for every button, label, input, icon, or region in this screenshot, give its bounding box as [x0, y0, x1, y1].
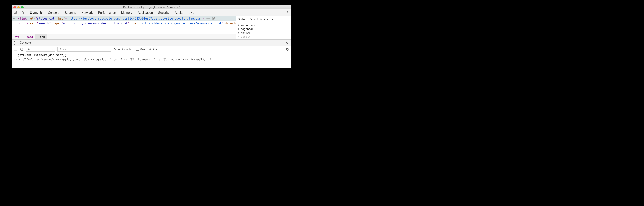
chevron-down-icon: [132, 49, 134, 50]
tab-console[interactable]: Console: [45, 9, 62, 16]
expand-icon: [238, 36, 240, 38]
main-tabbar: Elements Console Sources Network Perform…: [12, 9, 291, 16]
console-output-text: {DOMContentLoaded: Array(1), pagehide: A…: [23, 58, 211, 61]
breadcrumb-head[interactable]: head: [24, 34, 36, 39]
breadcrumb-html[interactable]: html: [12, 34, 24, 39]
console-input-row[interactable]: › getEventListeners(document);: [12, 53, 291, 57]
tab-security[interactable]: Security: [156, 9, 172, 16]
event-listener-item[interactable]: scroll: [236, 35, 291, 39]
console-body: › getEventListeners(document); ‹· {DOMCo…: [12, 52, 291, 68]
toolbar-right: [284, 9, 291, 16]
breadcrumb: html head link: [12, 34, 236, 39]
breadcrumb-link[interactable]: link: [36, 34, 48, 39]
tab-performance[interactable]: Performance: [96, 9, 118, 16]
tab-axe[interactable]: aXe: [186, 9, 197, 16]
dom-node[interactable]: <link rel="search" type="application/ope…: [12, 21, 236, 26]
tab-elements[interactable]: Elements: [27, 9, 45, 16]
context-selector[interactable]: top: [26, 47, 55, 52]
device-toolbar-icon[interactable]: [20, 11, 24, 15]
event-listeners-list: mouseover pagehide resize scroll: [236, 22, 291, 39]
tab-network[interactable]: Network: [79, 9, 96, 16]
tab-audits[interactable]: Audits: [172, 9, 186, 16]
dom-tree[interactable]: ⋯<link rel="stylesheet" href="https://de…: [12, 16, 236, 34]
inspect-element-icon[interactable]: [14, 11, 18, 15]
sidebar-tabs: Styles Event Listeners »: [236, 16, 291, 22]
expand-icon: [238, 28, 240, 30]
more-menu-icon[interactable]: [288, 11, 288, 15]
drawer-close-icon[interactable]: ✕: [283, 41, 291, 45]
svg-rect-2: [22, 12, 23, 14]
minimize-window-button[interactable]: [17, 6, 20, 8]
tab-application[interactable]: Application: [135, 9, 156, 16]
prompt-icon: ›: [14, 62, 16, 65]
chevron-down-icon: [52, 49, 53, 50]
console-output-row[interactable]: ‹· {DOMContentLoaded: Array(1), pagehide…: [12, 57, 291, 62]
dom-node-selected[interactable]: ⋯<link rel="stylesheet" href="https://de…: [12, 16, 236, 21]
panel-tabs: Elements Console Sources Network Perform…: [26, 9, 284, 16]
console-settings-icon[interactable]: [286, 48, 289, 51]
event-listener-item[interactable]: mouseover: [236, 23, 291, 27]
console-sidebar-toggle-icon[interactable]: [14, 47, 18, 51]
titlebar: DevTools - developers.google.com/web/sho…: [12, 5, 291, 9]
clear-console-icon[interactable]: [20, 47, 24, 51]
more-menu-icon: [14, 41, 15, 45]
close-window-button[interactable]: [14, 6, 16, 8]
window-controls: [14, 6, 24, 8]
expand-icon: [238, 32, 240, 34]
console-toolbar: top Filter Default levels ✓ Group simila…: [12, 46, 291, 52]
console-prompt-row[interactable]: ›: [12, 62, 291, 66]
expand-icon: [238, 24, 240, 26]
expand-icon[interactable]: [20, 58, 21, 61]
prompt-icon: ›: [14, 54, 16, 57]
overflow-dots-icon: ⋯: [13, 17, 18, 21]
checkbox-checked-icon: ✓: [136, 48, 139, 51]
styles-sidebar: Styles Event Listeners » mouseover pageh…: [236, 16, 291, 39]
drawer-menu[interactable]: [12, 40, 17, 46]
elements-panel: ⋯<link rel="stylesheet" href="https://de…: [12, 16, 291, 40]
tab-sources[interactable]: Sources: [62, 9, 79, 16]
console-input-text: getEventListeners(document);: [18, 54, 66, 57]
event-listener-item[interactable]: pagehide: [236, 27, 291, 31]
group-similar-toggle[interactable]: ✓ Group similar: [136, 48, 157, 51]
devtools-window: DevTools - developers.google.com/web/sho…: [12, 5, 291, 68]
window-title: DevTools - developers.google.com/web/sho…: [13, 6, 290, 9]
maximize-window-button[interactable]: [21, 6, 24, 8]
event-listener-item[interactable]: resize: [236, 31, 291, 35]
filter-input[interactable]: Filter: [58, 47, 112, 52]
sidebar-tabs-overflow-icon[interactable]: »: [270, 16, 274, 22]
sidebar-tab-event-listeners[interactable]: Event Listeners: [248, 16, 270, 22]
log-levels-selector[interactable]: Default levels: [114, 48, 134, 51]
drawer-tab-console[interactable]: Console: [17, 40, 33, 46]
drawer-tabbar: Console ✕: [12, 40, 291, 46]
tab-memory[interactable]: Memory: [118, 9, 135, 16]
output-arrow-icon: ‹·: [14, 58, 18, 61]
sidebar-tab-styles[interactable]: Styles: [236, 16, 248, 22]
toolbar-left: [12, 9, 26, 16]
